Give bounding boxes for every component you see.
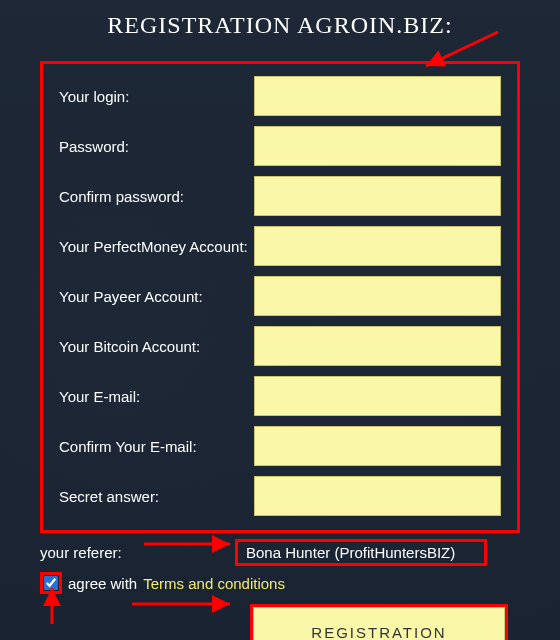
- registration-button[interactable]: REGISTRATION: [253, 607, 505, 640]
- payeer-input[interactable]: [254, 276, 501, 316]
- perfectmoney-input[interactable]: [254, 226, 501, 266]
- password-input[interactable]: [254, 126, 501, 166]
- registration-form: Your login: Password: Confirm password: …: [40, 61, 520, 533]
- email-input[interactable]: [254, 376, 501, 416]
- login-input[interactable]: [254, 76, 501, 116]
- perfectmoney-label: Your PerfectMoney Account:: [59, 238, 254, 255]
- referer-value: Bona Hunter (ProfitHuntersBIZ): [235, 539, 487, 566]
- confirm-password-input[interactable]: [254, 176, 501, 216]
- payeer-label: Your Payeer Account:: [59, 288, 254, 305]
- bitcoin-label: Your Bitcoin Account:: [59, 338, 254, 355]
- referer-label: your referer:: [40, 544, 235, 561]
- agree-prefix: agree with: [68, 575, 137, 592]
- login-label: Your login:: [59, 88, 254, 105]
- agree-checkbox[interactable]: [44, 576, 58, 590]
- password-label: Password:: [59, 138, 254, 155]
- confirm-password-label: Confirm password:: [59, 188, 254, 205]
- agree-checkbox-highlight: [40, 572, 62, 594]
- confirm-email-label: Confirm Your E-mail:: [59, 438, 254, 455]
- terms-link[interactable]: Terms and conditions: [143, 575, 285, 592]
- page-title: REGISTRATION AGROIN.BIZ:: [40, 12, 520, 39]
- secret-input[interactable]: [254, 476, 501, 516]
- confirm-email-input[interactable]: [254, 426, 501, 466]
- email-label: Your E-mail:: [59, 388, 254, 405]
- annotation-arrow-button: [130, 594, 240, 614]
- registration-button-highlight: REGISTRATION: [250, 604, 508, 640]
- bitcoin-input[interactable]: [254, 326, 501, 366]
- secret-label: Secret answer:: [59, 488, 254, 505]
